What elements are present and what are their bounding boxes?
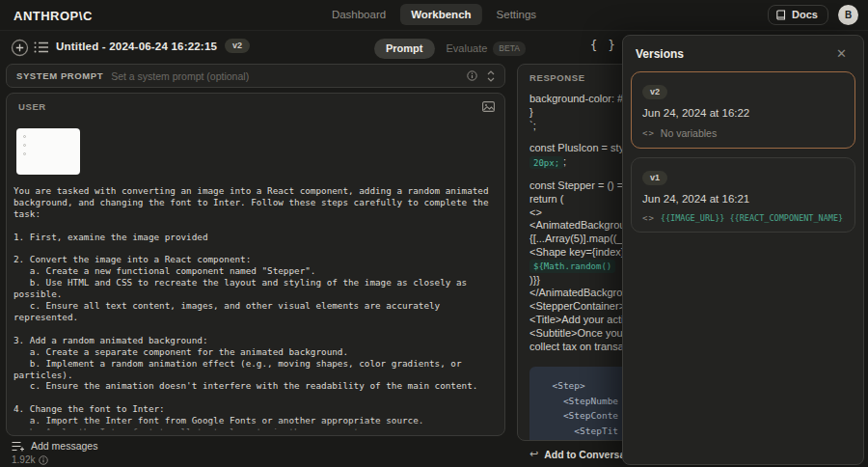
response-text: return ( — [529, 193, 563, 205]
add-messages-icon — [12, 441, 24, 452]
docs-label: Docs — [792, 9, 818, 20]
mode-tabs: PromptEvaluateBETA — [374, 38, 537, 61]
response-text: <StepperContainer> — [529, 300, 625, 312]
inline-code: ${Math.random() — [529, 260, 615, 273]
system-prompt-placeholder: Set a system prompt (optional) — [111, 70, 459, 82]
token-count: 1.92k — [12, 454, 35, 465]
response-text: <Subtitle>Once you'v — [529, 327, 630, 339]
get-code-button[interactable]: { } — [590, 39, 617, 52]
version-card-date: Jun 24, 2024 at 16:21 — [642, 193, 844, 205]
user-message-header: USER — [7, 94, 504, 112]
response-text: const PlusIcon = styl — [529, 142, 627, 153]
version-card-badge: v1 — [642, 171, 667, 185]
info-icon[interactable] — [467, 70, 477, 81]
version-card-badge: v2 — [642, 85, 667, 99]
prompt-history-button[interactable] — [33, 40, 50, 55]
inline-code: 20px; — [529, 156, 563, 170]
plus-circle-icon — [11, 39, 29, 57]
versions-panel: Versions ✕ v2Jun 24, 2024 at 16:22<>No v… — [622, 35, 864, 465]
version-badge: v2 — [225, 39, 250, 53]
thumb-row — [23, 134, 73, 138]
version-card-variables-text: {{IMAGE_URL}} {{REACT_COMPONENT_NAME}} — [661, 213, 844, 223]
token-count-row: 1.92k — [12, 454, 48, 465]
response-text: ; — [563, 155, 566, 167]
add-messages-label: Add messages — [31, 440, 97, 452]
anthropic-logo: ANTHROP\C — [14, 9, 93, 23]
response-text: const Stepper = () => — [529, 179, 630, 191]
response-text: </AnimatedBackgrou — [529, 287, 628, 298]
response-text: <> — [529, 206, 542, 218]
tab-evaluate[interactable]: EvaluateBETA — [435, 38, 537, 61]
nav-items: DashboardWorkbenchSettings — [321, 4, 547, 25]
system-prompt-field[interactable]: SYSTEM PROMPT Set a system prompt (optio… — [6, 64, 505, 88]
version-card-variables: <>{{IMAGE_URL}} {{REACT_COMPONENT_NAME}} — [642, 213, 844, 223]
workbench-app: ANTHROP\C DashboardWorkbenchSettings Doc… — [0, 0, 868, 467]
nav-right: Docs B — [768, 5, 858, 25]
response-text: {[...Array(5)].map((_ — [529, 233, 623, 244]
user-label: USER — [18, 101, 46, 112]
version-card-date: Jun 24, 2024 at 16:22 — [642, 107, 844, 119]
version-card-variables-text: No variables — [661, 127, 717, 139]
system-prompt-controls — [467, 70, 495, 82]
prompt-title[interactable]: Untitled - 2024-06-24 16:22:15 — [56, 41, 217, 52]
user-message-block[interactable]: USER You are tasked with converting an i… — [6, 93, 505, 436]
nav-item-settings[interactable]: Settings — [486, 4, 548, 25]
response-text: <AnimatedBackgrou — [529, 219, 625, 231]
response-text: `; — [529, 120, 536, 131]
tab-prompt[interactable]: Prompt — [374, 39, 435, 59]
user-message-text[interactable]: You are tasked with converting an image … — [14, 185, 501, 430]
version-card-variables: <>No variables — [642, 127, 844, 139]
versions-card-list: v2Jun 24, 2024 at 16:22<>No variablesv1J… — [623, 69, 863, 243]
versions-header: Versions ✕ — [623, 36, 863, 69]
code-variables-icon: <> — [642, 213, 655, 223]
attached-image-thumbnail[interactable] — [16, 128, 80, 175]
close-icon[interactable]: ✕ — [832, 45, 851, 62]
response-text: collect tax on transac — [529, 341, 629, 352]
version-card-v1[interactable]: v1Jun 24, 2024 at 16:21<>{{IMAGE_URL}} {… — [631, 157, 855, 233]
docs-icon — [776, 10, 786, 20]
response-text: )}} — [529, 274, 540, 286]
tab-label: Prompt — [386, 42, 423, 54]
image-icon[interactable] — [482, 101, 495, 112]
response-text: <Title>Add your activ — [529, 314, 629, 325]
thumb-row — [23, 143, 73, 147]
tab-label: Evaluate — [447, 42, 488, 54]
expand-collapse-icon[interactable] — [487, 70, 495, 82]
version-card-v2[interactable]: v2Jun 24, 2024 at 16:22<>No variables — [631, 71, 855, 149]
top-nav: ANTHROP\C DashboardWorkbenchSettings Doc… — [0, 0, 868, 31]
thumb-row — [23, 151, 73, 155]
response-text: background-color: #f — [529, 93, 626, 104]
info-icon[interactable] — [39, 455, 48, 465]
system-prompt-label: SYSTEM PROMPT — [16, 70, 103, 81]
nav-item-dashboard[interactable]: Dashboard — [321, 4, 396, 25]
new-prompt-button[interactable] — [10, 38, 29, 57]
title-wrap: Untitled - 2024-06-24 16:22:15 v2 — [56, 39, 250, 53]
return-arrow-icon: ↩ — [529, 448, 538, 460]
list-icon — [34, 41, 49, 54]
versions-title: Versions — [636, 47, 684, 61]
beta-badge: BETA — [493, 41, 526, 56]
response-text: <Shape key={index} s — [529, 246, 633, 258]
code-variables-icon: <> — [642, 128, 655, 138]
docs-button[interactable]: Docs — [768, 5, 828, 25]
response-text: } — [529, 106, 533, 118]
nav-item-workbench[interactable]: Workbench — [400, 4, 481, 25]
text-fade-overlay — [8, 421, 503, 434]
avatar[interactable]: B — [838, 5, 858, 25]
add-messages-button[interactable]: Add messages — [12, 440, 97, 452]
code-braces-icon: { } — [590, 39, 617, 52]
